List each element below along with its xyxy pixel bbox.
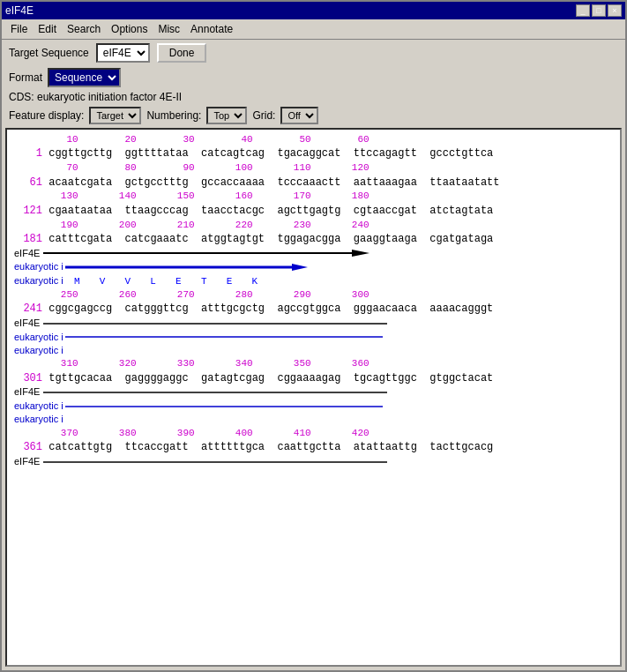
format-row: Format Sequence [2,66,625,89]
close-button[interactable]: × [608,4,622,17]
menu-misc[interactable]: Misc [153,21,185,37]
grid-select[interactable]: Off [280,107,318,124]
menu-search[interactable]: Search [62,21,106,37]
menu-annotate[interactable]: Annotate [185,21,238,37]
eukaryotic-row-6: eukaryotic i [14,413,613,426]
format-select[interactable]: Sequence [48,68,121,87]
feature-target-select[interactable]: Target [89,107,141,124]
main-window: eIF4E _ □ × File Edit Search Options Mis… [0,0,627,672]
grid-label: Grid: [252,109,275,122]
window-title: eIF4E [5,4,34,17]
minimize-button[interactable]: _ [576,4,590,17]
eukaryotic-row-4: eukaryotic i [14,344,613,357]
eif4e-row-3: eIF4E [14,385,613,399]
toolbar: Target Sequence eIF4E Done [2,40,625,66]
numbering-label: Numbering: [146,109,201,122]
title-bar: eIF4E _ □ × [2,2,625,19]
eif4e-row-4: eIF4E [14,455,613,468]
eif4e-row-2: eIF4E [14,317,613,330]
svg-marker-3 [292,264,308,271]
cds-description: CDS: eukaryotic initiation factor 4E-II [2,89,625,105]
sequence-panel[interactable]: 10 20 30 40 50 601 cggttgcttg ggttttataa… [5,128,622,667]
svg-marker-1 [352,250,369,257]
eukaryotic-row-5: eukaryotic i [14,399,613,413]
done-button[interactable]: Done [157,43,207,63]
eukaryotic-row-1: eukaryotic i [14,260,613,273]
target-label: Target Sequence [9,47,89,59]
menu-file[interactable]: File [5,21,33,37]
menu-edit[interactable]: Edit [33,21,62,37]
eif4e-row-1: eIF4E [14,247,613,260]
eukaryotic-row-3: eukaryotic i [14,331,613,344]
menu-options[interactable]: Options [106,21,153,37]
target-sequence-select[interactable]: eIF4E [96,43,150,63]
sequence-content: 10 20 30 40 50 601 cggttgcttg ggttttataa… [7,130,620,472]
numbering-select[interactable]: Top [206,107,247,124]
feature-row: Feature display: Target Numbering: Top G… [2,105,625,126]
maximize-button[interactable]: □ [592,4,606,17]
format-label: Format [9,71,42,84]
menu-bar: File Edit Search Options Misc Annotate [2,19,625,40]
title-bar-buttons: _ □ × [576,4,622,17]
feature-display-label: Feature display: [9,109,84,122]
eukaryotic-row-2: eukaryotic i M V V L E T E K [14,274,613,288]
